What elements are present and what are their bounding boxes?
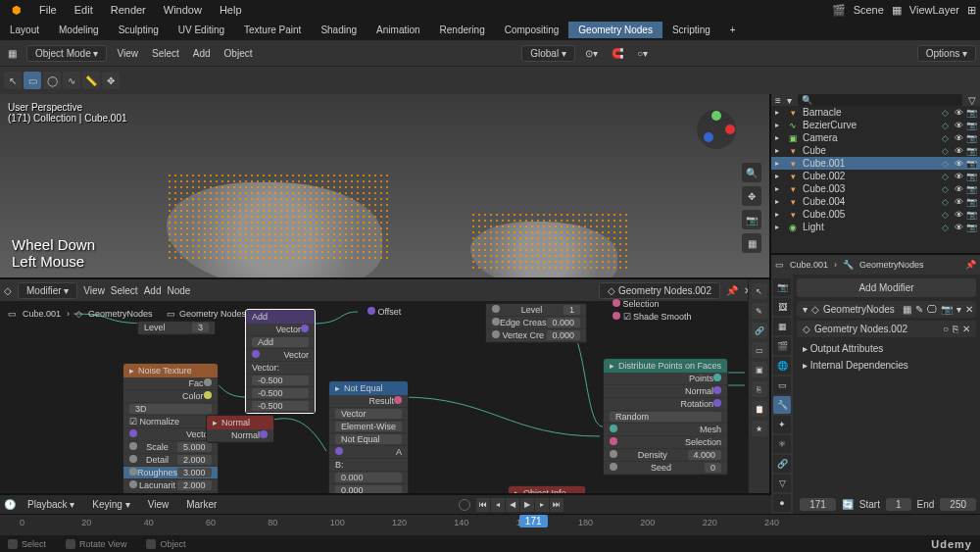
tool-cursor-icon[interactable]: ↖ bbox=[4, 72, 22, 89]
outliner-row[interactable]: ▸∿BezierCurve◇👁📷 bbox=[771, 119, 980, 131]
jump-end-icon[interactable]: ⏭ bbox=[550, 498, 564, 512]
playhead[interactable]: 171 bbox=[519, 515, 548, 527]
tool-select-circle-icon[interactable]: ◯ bbox=[43, 72, 61, 89]
prop-particles-icon[interactable]: ✦ bbox=[773, 416, 791, 433]
timeline-keying[interactable]: Keying ▾ bbox=[86, 497, 135, 512]
tool-transform-icon[interactable]: ✥ bbox=[102, 72, 120, 89]
tab-layout[interactable]: Layout bbox=[0, 22, 49, 38]
tab-add[interactable]: + bbox=[720, 22, 746, 38]
tab-compositing[interactable]: Compositing bbox=[495, 22, 569, 38]
nav-gizmo[interactable] bbox=[693, 106, 740, 153]
star-icon[interactable]: ★ bbox=[752, 421, 767, 436]
mod-render-icon[interactable]: 📷 bbox=[941, 304, 953, 315]
viewport-3d[interactable]: User Perspective (171) Collection | Cube… bbox=[0, 94, 769, 277]
scene-name[interactable]: Scene bbox=[854, 4, 884, 16]
outliner-row[interactable]: ▸▾Barnacle◇👁📷 bbox=[771, 106, 980, 119]
options-dropdown[interactable]: Options ▾ bbox=[917, 45, 976, 62]
keyframe-next-icon[interactable]: ▸ bbox=[535, 498, 549, 512]
prop-scene-icon[interactable]: 🎬 bbox=[773, 337, 791, 355]
tab-texture[interactable]: Texture Paint bbox=[234, 22, 311, 38]
node-unlink-icon[interactable]: ✕ bbox=[962, 324, 970, 334]
node-level-field[interactable]: Level3 bbox=[137, 321, 216, 335]
outliner-row[interactable]: ▸◉Light◇👁📷 bbox=[771, 221, 980, 233]
tab-geometry-nodes[interactable]: Geometry Nodes bbox=[568, 22, 662, 38]
node-not-equal[interactable]: ▸ Not Equal Result Vector Element-Wise N… bbox=[328, 380, 409, 493]
outliner-filter-icon[interactable]: ▾ bbox=[787, 95, 792, 106]
timeline-ruler[interactable]: 020406080100120140160180200220240171 bbox=[0, 514, 980, 535]
frame-icon[interactable]: ▭ bbox=[752, 342, 767, 358]
node-input-gn[interactable]: GeometryNodes bbox=[88, 309, 153, 319]
editor-type-icon[interactable]: ▦ bbox=[4, 46, 21, 61]
autokey-icon[interactable] bbox=[459, 499, 470, 511]
add-modifier-button[interactable]: Add Modifier bbox=[797, 278, 976, 297]
menu-edit[interactable]: Edit bbox=[67, 2, 101, 18]
node-noise-texture[interactable]: ▸ Noise Texture Fac Color 3D ☑ Normalize… bbox=[122, 363, 219, 493]
node-menu-view[interactable]: View bbox=[83, 285, 105, 296]
pin-icon[interactable]: 📌 bbox=[726, 285, 738, 296]
prop-render-icon[interactable]: 📷 bbox=[773, 278, 791, 296]
node-editor[interactable]: ◇ Modifier ▾ View Select Add Node ◇ Geom… bbox=[0, 277, 769, 493]
modifier-header[interactable]: ▾ ◇ GeometryNodes ▦ ✎ 🖵 📷 ▾ ✕ bbox=[797, 301, 976, 318]
node-normal[interactable]: ▸ Normal Normal bbox=[206, 415, 274, 443]
tab-scripting[interactable]: Scripting bbox=[662, 22, 720, 38]
node-menu-add[interactable]: Add bbox=[144, 285, 162, 296]
outliner-row[interactable]: ▸▾Cube◇👁📷 bbox=[771, 144, 980, 157]
menu-add[interactable]: Add bbox=[189, 46, 215, 61]
timeline-view[interactable]: View bbox=[142, 497, 175, 512]
outliner-row[interactable]: ▸▾Cube.004◇👁📷 bbox=[771, 195, 980, 208]
tab-modeling[interactable]: Modeling bbox=[49, 22, 109, 38]
outliner[interactable]: ▸▾Barnacle◇👁📷▸∿BezierCurve◇👁📷▸▣Camera◇👁📷… bbox=[771, 106, 980, 253]
timeline-playback[interactable]: Playback ▾ bbox=[22, 497, 80, 512]
node-group-field[interactable]: ◇ Geometry Nodes.002 ○ ⎘ ✕ bbox=[797, 321, 976, 337]
mod-display-icon[interactable]: ▦ bbox=[903, 304, 911, 315]
blender-icon[interactable]: ⬢ bbox=[4, 2, 29, 19]
prop-constraint-icon[interactable]: 🔗 bbox=[773, 455, 791, 473]
annotate-icon[interactable]: ✎ bbox=[752, 303, 767, 319]
prop-data-icon[interactable]: ▽ bbox=[773, 475, 791, 492]
node-distribute-points[interactable]: ▸ Distribute Points on Faces Points Norm… bbox=[603, 358, 728, 476]
play-reverse-icon[interactable]: ◀ bbox=[506, 498, 519, 512]
zoom-icon[interactable]: 🔍 bbox=[742, 163, 761, 182]
prop-modifier-icon[interactable]: 🔧 bbox=[773, 396, 791, 414]
pin-icon[interactable]: 📌 bbox=[965, 260, 976, 270]
prop-physics-icon[interactable]: ⚛ bbox=[773, 435, 791, 453]
outliner-row[interactable]: ▸▣Camera◇👁📷 bbox=[771, 131, 980, 144]
play-icon[interactable]: ▶ bbox=[520, 498, 534, 512]
tool-select-box-icon[interactable]: ▭ bbox=[24, 72, 41, 89]
node-tree-type[interactable]: Modifier ▾ bbox=[18, 282, 77, 299]
camera-icon[interactable]: 📷 bbox=[742, 210, 761, 229]
move-icon[interactable]: ✥ bbox=[742, 186, 761, 206]
node-shade-smooth[interactable]: ☑ Shade Smooth bbox=[612, 312, 692, 322]
outliner-row[interactable]: ▸▾Cube.005◇👁📷 bbox=[771, 208, 980, 221]
arrow-icon[interactable]: ↖ bbox=[752, 283, 767, 299]
internal-deps-section[interactable]: ▸ Internal Dependencies bbox=[797, 357, 976, 374]
outliner-filter-funnel-icon[interactable]: ▽ bbox=[968, 95, 976, 106]
mod-extras-icon[interactable]: ▾ bbox=[956, 304, 961, 315]
outliner-search[interactable] bbox=[798, 94, 962, 106]
timeline-type-icon[interactable]: 🕐 bbox=[4, 499, 16, 510]
snap-icon[interactable]: 🧲 bbox=[608, 46, 627, 61]
mod-close-icon[interactable]: ✕ bbox=[965, 304, 973, 315]
breadcrumb-mod[interactable]: GeometryNodes bbox=[859, 260, 924, 270]
menu-view[interactable]: View bbox=[113, 46, 142, 61]
outliner-type-icon[interactable]: ≡ bbox=[775, 95, 781, 106]
menu-object[interactable]: Object bbox=[220, 46, 257, 61]
proportional-icon[interactable]: ○▾ bbox=[633, 46, 652, 61]
jump-start-icon[interactable]: ⏮ bbox=[476, 498, 490, 512]
prop-material-icon[interactable]: ● bbox=[773, 494, 791, 512]
menu-render[interactable]: Render bbox=[103, 2, 154, 18]
prop-object-icon[interactable]: ▭ bbox=[773, 376, 791, 394]
tool-measure-icon[interactable]: 📏 bbox=[82, 72, 100, 89]
node-tree-name[interactable]: ◇ Geometry Nodes.002 bbox=[599, 282, 720, 299]
tab-shading[interactable]: Shading bbox=[311, 22, 367, 38]
menu-window[interactable]: Window bbox=[156, 2, 210, 18]
node-subdiv-partial[interactable]: Level1 Edge Creas0.000 Vertex Cre0.000 bbox=[485, 303, 587, 343]
node-copy-icon[interactable]: ⎘ bbox=[953, 324, 958, 334]
orientation-combo[interactable]: Global ▾ bbox=[521, 45, 575, 62]
outliner-row[interactable]: ▸▾Cube.002◇👁📷 bbox=[771, 170, 980, 182]
prop-view-icon[interactable]: ▦ bbox=[773, 318, 791, 335]
keyframe-prev-icon[interactable]: ◂ bbox=[491, 498, 505, 512]
outliner-row[interactable]: ▸▾Cube.003◇👁📷 bbox=[771, 182, 980, 195]
node-menu-select[interactable]: Select bbox=[111, 285, 138, 296]
links-icon[interactable]: 🔗 bbox=[752, 323, 767, 338]
